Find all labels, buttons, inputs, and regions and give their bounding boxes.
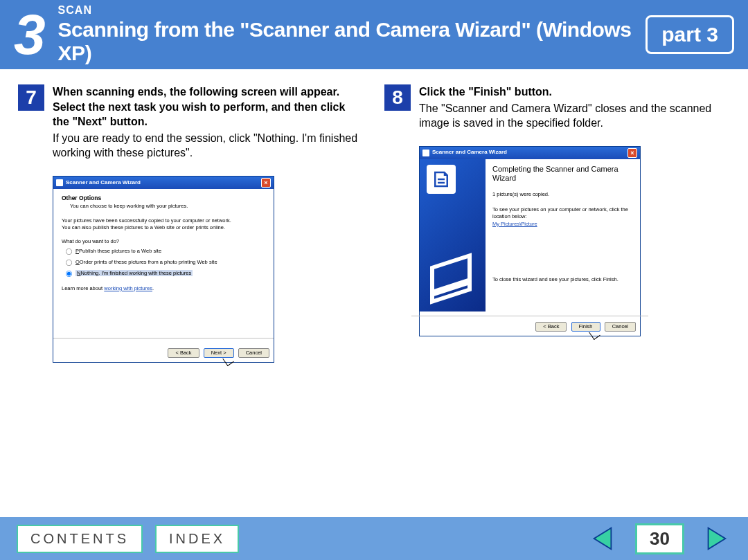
page-number: 30 [635, 523, 684, 554]
contents-button[interactable]: CONTENTS [17, 525, 143, 553]
column-left: 7 When scanning ends, the following scre… [18, 84, 364, 502]
xp-button-row: < Back Next > Cancel [53, 345, 274, 362]
back-button[interactable]: < Back [168, 348, 199, 358]
next-button[interactable]: Next > [204, 348, 234, 358]
working-with-pictures-link[interactable]: working with pictures [104, 285, 152, 291]
radio-publish-label: Publish these pictures to a Web site [79, 248, 161, 254]
pictures-copied: 1 picture(s) were copied. [492, 191, 633, 198]
other-options-heading: Other Options [62, 195, 265, 202]
page-footer: CONTENTS INDEX 30 [0, 517, 748, 560]
chapter-number: 3 [14, 6, 46, 63]
step-8: 8 Click the "Finish" button. The "Scanne… [384, 84, 730, 336]
radio-order[interactable]: OOrder prints of these pictures from a p… [64, 258, 265, 267]
xp-dialog-title: Scanner and Camera Wizard [66, 179, 141, 187]
next-page-button[interactable] [701, 523, 731, 554]
step-8-body: Click the "Finish" button. The "Scanner … [419, 84, 730, 336]
pictures-location-link[interactable]: My Pictures\Picture [492, 221, 537, 227]
content-area: 7 When scanning ends, the following scre… [0, 69, 748, 517]
column-right: 8 Click the "Finish" button. The "Scanne… [384, 84, 730, 502]
see-pictures: To see your pictures on your computer or… [492, 206, 633, 220]
radio-nothing-label: Nothing. I'm finished working with these… [80, 270, 191, 276]
other-options-sub: You can choose to keep working with your… [70, 203, 265, 210]
cancel-button-8[interactable]: Cancel [605, 322, 636, 332]
xp-dialog-other-options: Scanner and Camera Wizard × Other Option… [53, 176, 274, 363]
copied-line2: You can also publish these pictures to a… [62, 224, 265, 231]
radio-nothing[interactable]: NNothing. I'm finished working with thes… [64, 269, 265, 278]
copied-line1: Your pictures have been successfully cop… [62, 217, 265, 224]
step-7-title: When scanning ends, the following screen… [53, 86, 345, 127]
xp-dialog-complete: Scanner and Camera Wizard × [419, 146, 641, 336]
part-badge: part 3 [645, 15, 734, 54]
close-instruction: To close this wizard and see your pictur… [492, 276, 633, 283]
step-number-8: 8 [384, 84, 411, 111]
what-question: What do you want to do? [62, 238, 265, 245]
radio-order-label: Order prints of these pictures from a ph… [80, 259, 217, 265]
svg-marker-0 [594, 528, 612, 549]
learn-more-text: Learn more about [62, 285, 104, 291]
step-8-desc: The "Scanner and Camera Wizard" closes a… [419, 101, 730, 131]
step-7-body: When scanning ends, the following screen… [53, 84, 364, 363]
xp-titlebar: Scanner and Camera Wizard × [53, 177, 274, 189]
header-category: SCAN [58, 4, 646, 17]
scanner-icon [427, 165, 456, 194]
step-7-desc: If you are ready to end the session, cli… [53, 131, 364, 161]
wizard-icon [422, 150, 429, 156]
back-button-8[interactable]: < Back [535, 322, 567, 332]
complete-heading: Completing the Scanner and Camera Wizard [492, 165, 633, 183]
radio-publish[interactable]: PPublish these pictures to a Web site [64, 247, 265, 256]
page-header: 3 SCAN Scanning from the "Scanner and Ca… [0, 0, 748, 69]
learn-more: Learn more about working with pictures. [62, 285, 265, 292]
index-button[interactable]: INDEX [155, 525, 239, 553]
step-7: 7 When scanning ends, the following scre… [18, 84, 364, 363]
banner-art [427, 232, 479, 301]
close-icon[interactable]: × [627, 148, 637, 158]
svg-marker-1 [709, 528, 726, 549]
header-text: SCAN Scanning from the "Scanner and Came… [58, 4, 646, 65]
xp-complete-body: Completing the Scanner and Camera Wizard… [486, 159, 640, 311]
xp-dialog-title-8: Scanner and Camera Wizard [432, 149, 507, 156]
wizard-banner [420, 159, 486, 311]
prev-page-button[interactable] [588, 523, 618, 554]
cancel-button[interactable]: Cancel [238, 348, 269, 358]
xp-dialog-body: Other Options You can choose to keep wor… [53, 189, 274, 345]
page-title: Scanning from the "Scanner and Camera Wi… [58, 18, 646, 65]
xp-titlebar-8: Scanner and Camera Wizard × [420, 147, 640, 159]
xp-button-row-8: < Back Finish Cancel [420, 319, 640, 336]
step-8-title: Click the "Finish" button. [419, 86, 552, 98]
close-icon[interactable]: × [261, 178, 271, 188]
wizard-icon [56, 179, 63, 186]
finish-button[interactable]: Finish [571, 322, 600, 332]
step-number-7: 7 [18, 84, 44, 111]
